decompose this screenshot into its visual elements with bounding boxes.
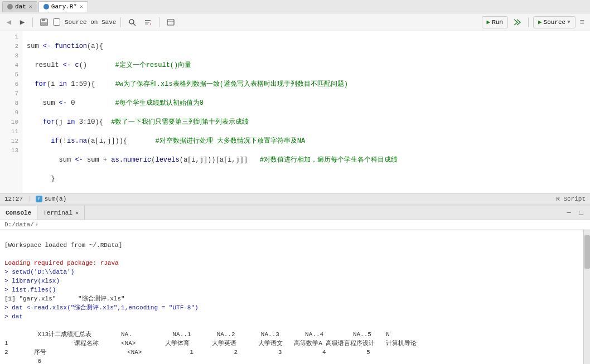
rerun-icon bbox=[512, 18, 521, 26]
sep1 bbox=[32, 17, 33, 27]
console-output[interactable]: [Workspace loaded from ~/.RData] Loading… bbox=[0, 230, 583, 364]
search-icon bbox=[128, 18, 136, 26]
format-button[interactable] bbox=[141, 16, 154, 28]
tab-gary-label: Gary.R* bbox=[51, 3, 77, 10]
terminal-tab-label: Terminal bbox=[43, 210, 72, 216]
save-icon bbox=[40, 18, 48, 26]
line-num: 7 bbox=[0, 89, 18, 99]
status-bar: 12:27 | f sum(a) R Script bbox=[0, 193, 590, 205]
console-tab[interactable]: Console bbox=[0, 206, 37, 220]
source-on-save-label[interactable]: Source on Save bbox=[65, 19, 116, 26]
code-line-2: result <- c() #定义一个result()向量 bbox=[27, 61, 586, 70]
console-controls: — □ bbox=[563, 208, 590, 217]
rerun-button[interactable] bbox=[510, 16, 524, 28]
editor-area: 1 2 3 4 5 6 7 8 9 10 11 12 13 sum <- fun… bbox=[0, 31, 590, 193]
console-body: [Workspace loaded from ~/.RData] Loading… bbox=[0, 230, 590, 364]
menu-button[interactable]: ≡ bbox=[578, 18, 587, 27]
sep3 bbox=[159, 17, 159, 27]
line-num: 10 bbox=[0, 118, 18, 127]
function-icon: f bbox=[36, 196, 42, 202]
code-line-5: for(j in 3:10){ #数了一下我们只需要第三列到第十列表示成绩 bbox=[27, 118, 586, 127]
sep2 bbox=[120, 17, 121, 27]
terminal-close[interactable]: ✕ bbox=[75, 210, 79, 216]
tab-dat-close[interactable]: ✕ bbox=[29, 3, 32, 10]
source-dropdown-icon: ▼ bbox=[567, 20, 570, 25]
run-label: Run bbox=[492, 19, 503, 26]
list-button[interactable] bbox=[164, 16, 177, 28]
svg-rect-8 bbox=[167, 20, 174, 25]
list-icon bbox=[167, 18, 175, 26]
console-tab-bar: Console Terminal ✕ — □ bbox=[0, 206, 590, 220]
tab-gary-close[interactable]: ✕ bbox=[80, 3, 83, 10]
svg-line-4 bbox=[133, 23, 136, 26]
run-button[interactable]: ▶ Run bbox=[482, 16, 508, 28]
sep4 bbox=[528, 17, 529, 27]
dir-icon: ⚡ bbox=[35, 221, 38, 228]
console-tab-label: Console bbox=[6, 210, 31, 216]
run-arrow-icon: ▶ bbox=[487, 18, 491, 26]
source-label: Source bbox=[544, 19, 566, 26]
code-line-6: if(!is.na(a[i,j])){ #对空数据进行处理 大多数情况下放置字符… bbox=[27, 137, 586, 146]
dat-tab-icon bbox=[7, 4, 13, 9]
code-line-1: sum <- function(a){ bbox=[27, 42, 586, 51]
save-button[interactable] bbox=[37, 16, 51, 28]
script-type: R Script bbox=[556, 196, 586, 202]
source-button[interactable]: ▶ Source ▼ bbox=[533, 16, 576, 28]
workspace-loaded-msg: [Workspace loaded from ~/.RData] bbox=[4, 242, 122, 249]
gary-tab-icon bbox=[43, 4, 49, 9]
line-num: 8 bbox=[0, 99, 18, 108]
toolbar-right: ▶ Run ▶ Source ▼ ≡ bbox=[482, 16, 587, 28]
tab-gary[interactable]: Gary.R* ✕ bbox=[38, 1, 88, 12]
scrollbar-thumb bbox=[584, 235, 590, 269]
line-num: 6 bbox=[0, 80, 18, 89]
line-num: 1 bbox=[0, 32, 18, 42]
cursor-position: 12:27 bbox=[4, 196, 23, 202]
line-num: 5 bbox=[0, 70, 18, 80]
function-name: sum(a) bbox=[45, 196, 67, 202]
forward-button[interactable]: ▶ bbox=[17, 16, 28, 28]
tab-bar: dat ✕ Gary.R* ✕ bbox=[0, 0, 590, 13]
maximize-button[interactable]: □ bbox=[576, 208, 587, 217]
svg-rect-1 bbox=[42, 19, 45, 21]
format-icon bbox=[144, 18, 152, 26]
list-files-output: [1] "gary.xls" "综合测评.xls" bbox=[4, 295, 125, 302]
line-num: 2 bbox=[0, 42, 18, 51]
svg-rect-2 bbox=[41, 22, 47, 25]
code-line-8: } bbox=[27, 174, 586, 184]
tab-dat-label: dat bbox=[15, 3, 26, 10]
back-button[interactable]: ◀ bbox=[3, 16, 14, 28]
line-num: 4 bbox=[0, 61, 18, 70]
terminal-tab[interactable]: Terminal ✕ bbox=[37, 206, 85, 220]
code-editor[interactable]: sum <- function(a){ result <- c() #定义一个r… bbox=[22, 31, 590, 193]
dir-path: D:/data/ bbox=[4, 221, 34, 228]
tab-dat[interactable]: dat ✕ bbox=[2, 1, 37, 12]
cmd-setwd: > setwd('D:\\data') > library(xlsx) > li… bbox=[4, 269, 74, 293]
cmd-readxlsx: > dat <-read.xlsx("综合测评.xls",1,encoding … bbox=[4, 304, 199, 320]
source-arrow-icon: ▶ bbox=[538, 18, 542, 26]
minimize-button[interactable]: — bbox=[563, 208, 574, 217]
code-line-3: for(i in 1:59){ #w为了保存和.xls表格列数据一致(避免写入表… bbox=[27, 80, 586, 89]
code-line-4: sum <- 0 #每个学生成绩默认初始值为0 bbox=[27, 99, 586, 108]
loading-warning: Loading required package: rJava bbox=[4, 260, 119, 266]
line-num: 12 bbox=[0, 137, 18, 146]
source-on-save-checkbox[interactable] bbox=[53, 18, 60, 26]
search-button[interactable] bbox=[125, 16, 139, 28]
line-numbers: 1 2 3 4 5 6 7 8 9 10 11 12 13 bbox=[0, 31, 22, 193]
line-num: 13 bbox=[0, 146, 18, 156]
code-line-7: sum <- sum + as.numeric(levels(a[i,j]))[… bbox=[27, 156, 586, 165]
console-container: Console Terminal ✕ — □ D:/data/ ⚡ [Works… bbox=[0, 205, 590, 364]
dat-header: X13计二成绩汇总表 NA. NA..1 NA..2 NA..3 NA..4 N… bbox=[4, 331, 417, 364]
line-num: 3 bbox=[0, 51, 18, 61]
console-scrollbar[interactable] bbox=[583, 230, 590, 364]
console-directory: D:/data/ ⚡ bbox=[0, 220, 590, 230]
editor-toolbar: ◀ ▶ Source on Save ▶ Ru bbox=[0, 13, 590, 31]
line-num: 9 bbox=[0, 108, 18, 118]
line-num: 11 bbox=[0, 127, 18, 137]
svg-point-3 bbox=[129, 20, 134, 24]
status-sep1: | bbox=[27, 196, 31, 202]
